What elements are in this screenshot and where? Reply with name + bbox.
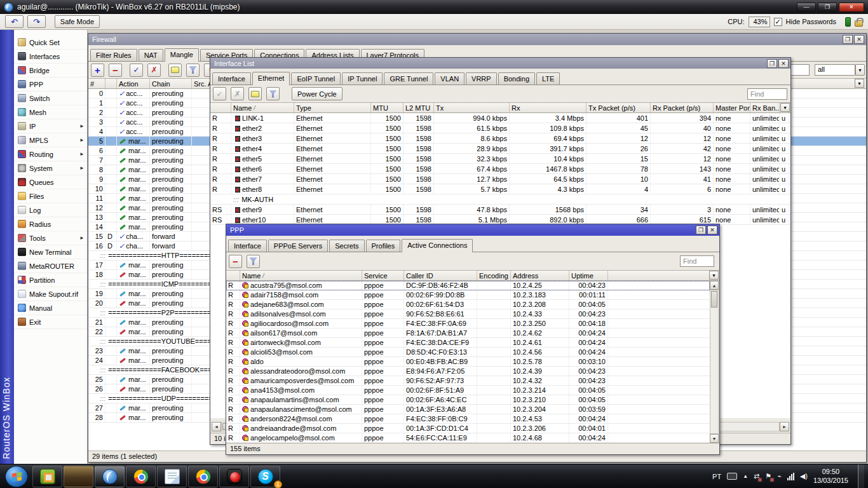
ppp-connection-row[interactable]: Randreiaandrade@msol.compppoe00:1A:3F:CD… (226, 424, 710, 433)
ppp-vscroll-up-button[interactable]: ▲ (710, 281, 719, 290)
firewall-titlebar[interactable]: Firewall ❐ ✕ (88, 34, 866, 45)
firewall-maximize-button[interactable]: ❐ (843, 35, 853, 44)
disable-rule-button[interactable]: ✗ (147, 64, 161, 77)
taskbar-button-chrome[interactable] (126, 466, 156, 487)
interface-row[interactable]: Rether4Ethernet1500159828.9 kbps391.7 kb… (210, 144, 790, 154)
interface-list-tab-bonding[interactable]: Bonding (498, 72, 535, 85)
interface-row[interactable]: RSether9Ethernet1500159847.8 kbps1568 bp… (210, 205, 790, 215)
interface-column-header-rx[interactable]: Rx (510, 103, 587, 112)
firewall-tab-filter-rules[interactable]: Filter Rules (90, 49, 137, 61)
ppp-column-header-uptime[interactable]: Uptime (569, 271, 608, 280)
interface-column-header-master-port[interactable]: Master Port (714, 103, 750, 112)
firewall-column-header-flag[interactable] (105, 79, 117, 88)
power-plug-icon[interactable]: ⌁ (777, 472, 782, 480)
interface-row[interactable]: Rether7Ethernet1500159812.7 kbps64.5 kbp… (210, 174, 790, 184)
safe-mode-button[interactable]: Safe Mode (55, 15, 100, 28)
traffic-graph-icon[interactable] (845, 17, 851, 27)
taskbar-button-winbox[interactable] (95, 466, 125, 487)
enable-rule-button[interactable]: ✓ (130, 64, 143, 77)
ppp-column-header-encoding[interactable]: Encoding (477, 271, 511, 280)
maximize-button[interactable]: ❐ (818, 3, 837, 12)
sidebar-item-switch[interactable]: Switch (14, 92, 87, 105)
ppp-column-header-caller-id[interactable]: Caller ID (404, 271, 477, 280)
interface-row[interactable]: Rether2Ethernet1500159861.5 kbps109.8 kb… (210, 123, 790, 133)
action-center-flag-icon[interactable]: ⚑ (765, 472, 771, 480)
power-cycle-button[interactable]: Power Cycle (292, 87, 342, 100)
interface-column-header-type[interactable]: Type (294, 103, 371, 112)
redo-button[interactable]: ↷ (27, 15, 46, 28)
ppp-column-header-address[interactable]: Address (511, 271, 569, 280)
interface-row[interactable]: Rether5Ethernet1500159832.3 kbps10.4 kbp… (210, 154, 790, 164)
interface-list-tab-ip-tunnel[interactable]: IP Tunnel (342, 72, 383, 85)
language-indicator[interactable]: PT (712, 473, 721, 480)
sidebar-item-queues[interactable]: Queues (14, 175, 87, 189)
sidebar-item-tools[interactable]: Tools► (14, 231, 87, 245)
ppp-connection-row[interactable]: Railson617@msol.compppoeF8:1A:67:DA:B1:A… (226, 329, 710, 338)
enable-interface-button[interactable]: ✓ (213, 87, 226, 100)
interface-column-header-rx-packet-p-s-[interactable]: Rx Packet (p/s) (651, 103, 714, 112)
filter-button[interactable] (186, 64, 200, 77)
sidebar-item-make-supout-rif[interactable]: Make Supout.rif (14, 287, 87, 301)
show-desktop-button[interactable] (858, 464, 864, 488)
minimize-button[interactable]: — (797, 3, 816, 12)
interface-column-header-l2-mtu[interactable]: L2 MTU (403, 103, 434, 112)
interface-comment-row[interactable]: :::MK-AUTH (210, 194, 790, 205)
sidebar-item-routing[interactable]: Routing► (14, 147, 87, 161)
interface-row[interactable]: Rether8Ethernet150015985.7 kbps4.3 kbps4… (210, 184, 790, 194)
ppp-find-input[interactable] (680, 255, 714, 267)
interface-list-tab-vlan[interactable]: VLAN (435, 72, 465, 85)
ppp-connection-row[interactable]: Ralcioli53@msol.compppoeD8:5D:4C:F0:E3:1… (226, 348, 710, 357)
taskbar-button-skype[interactable]: S1 (250, 466, 280, 487)
ppp-tab-profiles[interactable]: Profiles (366, 240, 401, 252)
ppp-tab-secrets[interactable]: Secrets (329, 240, 364, 252)
sidebar-item-radius[interactable]: Radius (14, 217, 87, 231)
sidebar-item-ip[interactable]: IP► (14, 119, 87, 133)
ppp-connection-row[interactable]: Ranapaulamartins@msol.compppoe00:02:6F:A… (226, 395, 710, 405)
sidebar-item-log[interactable]: Log (14, 203, 87, 217)
remove-connection-button[interactable]: − (229, 255, 242, 268)
interface-list-tab-gre-tunnel[interactable]: GRE Tunnel (384, 72, 433, 85)
tray-clock[interactable]: 09:50 13/03/2015 (813, 468, 848, 485)
taskbar-button-explorer[interactable] (64, 466, 93, 487)
ppp-connection-row[interactable]: Ramauricamposverdes@msol.compppoe90:F6:5… (226, 376, 710, 386)
sidebar-item-partition[interactable]: Partition (14, 273, 87, 287)
firewall-column-header-action[interactable]: Action (117, 79, 150, 88)
os-titlebar[interactable]: aguilar@............ (MikroTik) - WinBox… (0, 0, 868, 14)
ppp-vscroll-down-button[interactable]: ▼ (710, 434, 719, 443)
ppp-tab-interface[interactable]: Interface (228, 240, 267, 252)
taskbar-button-chromium[interactable] (188, 466, 218, 487)
close-button[interactable]: ✕ (839, 3, 864, 12)
firewall-close-button[interactable]: ✕ (854, 35, 864, 44)
ppp-connection-row[interactable]: Radair7158@msol.compppoe00:02:6F:99:D0:8… (226, 290, 710, 300)
interface-row[interactable]: Rether6Ethernet1500159867.4 kbps1467.8 k… (210, 164, 790, 174)
ppp-connection-row[interactable]: Radejane683@msol.compppoe00:02:6F:61:54:… (226, 300, 710, 309)
ppp-connection-row[interactable]: Ranapaulanascimento@msol.compppoe00:1A:3… (226, 405, 710, 414)
interface-column-header-name[interactable]: Name/ (231, 103, 294, 112)
firewall-column-header-chain[interactable]: Chain (150, 79, 192, 88)
interface-list-close-button[interactable]: ✕ (778, 59, 789, 68)
ppp-tab-pppoe-servers[interactable]: PPPoE Servers (268, 240, 328, 252)
ppp-connection-row[interactable]: Raldopppoe00:E0:4B:FB:AC:B910.2.5.7800:0… (226, 357, 710, 367)
interface-list-tab-ethernet[interactable]: Ethernet (252, 72, 290, 85)
interface-list-tab-lte[interactable]: LTE (536, 72, 560, 85)
ppp-tab-active-connections[interactable]: Active Connections (402, 239, 473, 252)
add-rule-button[interactable]: + (91, 64, 104, 77)
ppp-column-select-button[interactable]: ▼ (709, 271, 719, 280)
interface-column-header-flag[interactable] (210, 103, 231, 112)
ppp-connection-row[interactable]: Rairtonweck@msol.compppoeF4:EC:38:DA:CE:… (226, 338, 710, 348)
ppp-vscroll-thumb[interactable] (711, 291, 717, 308)
sync-error-icon[interactable]: ⇄ (754, 472, 759, 480)
comment-button[interactable] (168, 64, 182, 77)
sidebar-item-system[interactable]: System► (14, 161, 87, 175)
firewall-column-header-#[interactable]: # (88, 79, 105, 88)
interface-list-tab-interface[interactable]: Interface (212, 72, 251, 85)
interface-column-header-rx-ban-[interactable]: Rx Ban.. (750, 103, 780, 112)
firewall-tab-mangle[interactable]: Mangle (165, 48, 199, 62)
ppp-connection-row[interactable]: Ralessandrateodoro@msol.compppoeE8:94:F6… (226, 367, 710, 376)
taskbar-button-vsphere[interactable] (32, 466, 62, 487)
interface-column-header-tx-packet-p-s-[interactable]: Tx Packet (p/s) (587, 103, 651, 112)
sidebar-item-ppp[interactable]: PPP (14, 78, 87, 92)
sidebar-item-manual[interactable]: Manual (14, 301, 87, 315)
sidebar-item-mesh[interactable]: Mesh (14, 105, 87, 119)
ppp-connection-row[interactable]: Rana4153@msol.compppoe00:02:6F:8F:51:A91… (226, 386, 710, 395)
